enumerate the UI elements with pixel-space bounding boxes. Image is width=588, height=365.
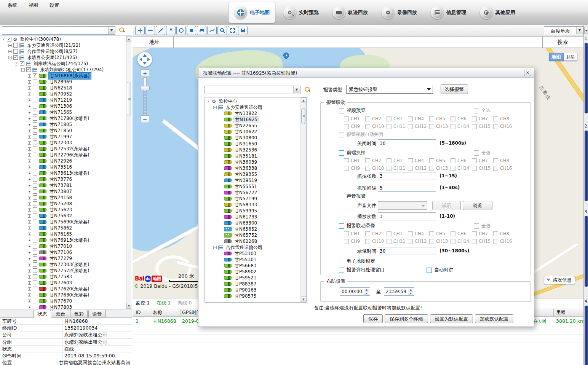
tree-expander-icon[interactable]: + [8, 44, 12, 47]
load-default-button[interactable]: 加载默认配置 [475, 314, 513, 323]
tree-node[interactable]: +甘N77670 [0, 298, 126, 304]
tree-checkbox[interactable] [33, 147, 37, 151]
tree-node[interactable]: +甘N73516 [0, 164, 126, 170]
channel-checkbox[interactable] [429, 231, 434, 236]
tree-checkbox[interactable] [33, 293, 37, 297]
tree-checkbox[interactable] [33, 116, 37, 121]
tab-色彩[interactable]: 色彩 [70, 310, 88, 318]
nav-button-5[interactable]: 信息管理 [425, 2, 472, 23]
tree-node[interactable]: +甘N77583 [0, 274, 126, 280]
sound-alarm-checkbox[interactable] [339, 194, 344, 199]
snapshot-checkbox[interactable] [339, 150, 344, 156]
tree-node[interactable]: +东乡安通客运公司(21/22) [0, 42, 126, 48]
tab-语音[interactable]: 语音 [88, 310, 106, 318]
tree-node[interactable]: 甘P56683 [205, 263, 300, 269]
tree-checkbox[interactable] [33, 122, 37, 127]
channel-checkbox[interactable] [472, 166, 477, 171]
tree-node[interactable]: 甘N65652 [205, 226, 300, 232]
zoom-in-icon[interactable] [135, 26, 145, 35]
magnifier-tool-icon[interactable] [217, 26, 227, 35]
tree-node[interactable]: +甘N16868(永靖县) [0, 73, 126, 79]
tree-node[interactable]: +甘N72303 [0, 140, 126, 146]
nav-button-4[interactable]: 录像回放 [376, 2, 423, 23]
tree-node[interactable]: +甘N72532(永靖县) [0, 146, 126, 152]
tree-checkbox[interactable] [33, 299, 37, 303]
tree-node[interactable]: +甘N71306 [0, 103, 126, 109]
tree-checkbox[interactable] [33, 262, 37, 267]
tree-expander-icon[interactable]: + [28, 281, 31, 285]
tree-node[interactable]: 甘P88387 [205, 281, 300, 287]
tree-node[interactable]: +甘N72926 [0, 158, 126, 164]
tree-node[interactable]: +甘N62518 [0, 85, 126, 91]
tree-expander-icon[interactable]: - [21, 68, 25, 72]
tree-node[interactable]: 甘N59995 [205, 208, 300, 214]
channel-checkbox[interactable] [408, 231, 413, 236]
tree-checkbox[interactable] [33, 140, 37, 145]
pan-right-icon[interactable] [147, 57, 150, 61]
chevron-down-icon[interactable]: ▼ [293, 86, 300, 93]
snap-interval-input[interactable] [378, 184, 436, 192]
circle-tool-icon[interactable] [176, 26, 186, 35]
tree-checkbox[interactable] [33, 153, 37, 157]
tree-expander-icon[interactable]: + [28, 208, 31, 212]
alarm-type-select[interactable]: 紧急按钮报警 [346, 85, 433, 94]
listen-button[interactable]: 试听 [432, 201, 461, 210]
tree-node[interactable]: -东乡安通客运公司 [205, 104, 300, 110]
strip-panel-number[interactable]: 4 [584, 299, 588, 303]
channel-checkbox[interactable] [451, 124, 455, 129]
tree-checkbox[interactable] [33, 226, 37, 230]
tree-node[interactable]: +甘N77010 [0, 243, 126, 249]
map-provider-select[interactable]: 百度地图 ▼ [544, 26, 583, 35]
tree-node[interactable]: +甘N75208 [0, 201, 126, 207]
tree-expander-icon[interactable]: + [28, 166, 31, 169]
channel-checkbox[interactable] [451, 116, 455, 121]
tree-node[interactable]: +甘N71997 [0, 134, 126, 140]
channel-checkbox[interactable] [451, 158, 455, 163]
nav-button-3[interactable]: 轨迹回放 [327, 2, 374, 23]
tree-expander-icon[interactable]: + [28, 153, 31, 157]
tree-node[interactable]: +甘N75690(永靖县) [0, 219, 126, 225]
tree-node[interactable]: +甘N77630(永靖县) [0, 292, 126, 298]
play-count-input[interactable] [378, 212, 436, 220]
tree-node[interactable]: 甘N32536 [205, 147, 300, 153]
tree-expander-icon[interactable]: - [15, 62, 18, 65]
channel-checkbox[interactable] [493, 239, 498, 244]
tree-node[interactable]: -永靖县公安局(271/425) [0, 54, 126, 61]
tree-checkbox[interactable] [33, 134, 37, 139]
tree-node[interactable]: 甘P59521 [205, 275, 300, 281]
tree-expander-icon[interactable]: + [28, 172, 31, 175]
tree-node[interactable]: 甘N61733 [205, 214, 300, 220]
tree-expander-icon[interactable]: - [8, 56, 12, 59]
channel-checkbox[interactable] [493, 124, 498, 129]
channel-checkbox[interactable] [472, 124, 477, 129]
menu-item-视图[interactable]: 视图 [23, 2, 43, 9]
tree-node[interactable]: 甘P58902 [205, 269, 300, 275]
tree-node[interactable]: +甘N77303(永靖县) [0, 261, 126, 268]
tree-node[interactable]: 甘N56722 [205, 190, 300, 196]
menu-item-系统[interactable]: 系统 [2, 2, 22, 9]
channel-checkbox[interactable] [408, 166, 413, 171]
tree-expander-icon[interactable]: + [28, 263, 31, 266]
tree-expander-icon[interactable]: + [28, 257, 31, 260]
tree-node[interactable]: +甘N77106 [0, 249, 126, 255]
tree-expander-icon[interactable]: + [28, 159, 31, 163]
channel-checkbox[interactable] [365, 124, 370, 129]
map-zoom-in-button[interactable]: + [141, 69, 149, 77]
tree-node[interactable]: -⚙监控中心 [205, 98, 300, 104]
channel-checkbox[interactable] [408, 158, 413, 163]
zoom-slider-handle[interactable]: — [140, 86, 150, 90]
tree-checkbox[interactable] [33, 250, 37, 255]
polygon-tool-icon[interactable] [197, 26, 206, 35]
tree-node[interactable]: +合作雪羚运输公司(8/27) [0, 48, 126, 54]
tree-node[interactable]: 甘N62268 [205, 238, 300, 244]
tree-node[interactable]: 甘N65752 [205, 232, 300, 238]
tree-checkbox[interactable] [33, 214, 37, 218]
zoom-out-icon[interactable] [145, 26, 155, 35]
fullscreen-tool-icon[interactable] [228, 26, 237, 35]
channel-checkbox[interactable] [493, 158, 498, 163]
channel-checkbox[interactable] [408, 239, 413, 244]
tree-node[interactable]: 甘P53103 [205, 250, 300, 257]
map-lock-checkbox[interactable] [339, 259, 344, 264]
channel-checkbox[interactable] [408, 124, 413, 129]
tree-expander-icon[interactable]: + [28, 117, 31, 120]
